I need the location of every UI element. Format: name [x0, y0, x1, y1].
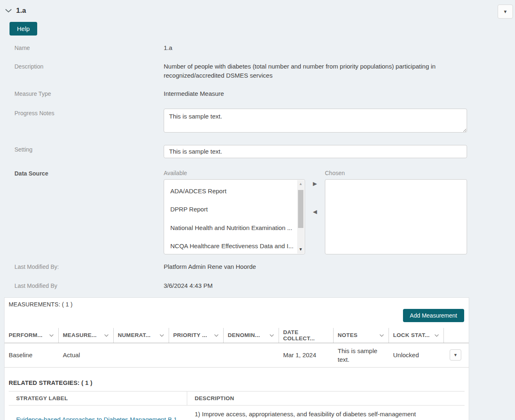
add-measurement-button[interactable]: Add Measurement: [403, 309, 464, 322]
priority-cell: [169, 352, 224, 358]
setting-label: Setting: [14, 145, 164, 158]
chevron-down-icon: [214, 332, 219, 338]
move-left-button[interactable]: ◀: [313, 209, 317, 215]
available-label: Available: [164, 169, 305, 178]
column-header-strategy-label: STRATEGY LABEL: [9, 392, 187, 405]
section-header: 1.a: [0, 0, 515, 15]
column-header-performance[interactable]: PERFORM...: [5, 328, 59, 343]
column-header-date-collected[interactable]: DATE COLLECT...: [279, 328, 334, 343]
available-option[interactable]: National Health and Nutrition Examinatio…: [164, 219, 305, 237]
related-strategies-table: STRATEGY LABEL DESCRIPTION Evidence-base…: [9, 391, 465, 420]
row-menu-button[interactable]: ▼: [450, 349, 461, 361]
form-row-setting: Setting: [14, 145, 467, 158]
scroll-up-icon[interactable]: ▲: [297, 181, 304, 187]
related-strategies-header: STRATEGY LABEL DESCRIPTION: [9, 391, 465, 406]
help-button[interactable]: Help: [10, 22, 37, 36]
last-modified-date-value: 3/6/2024 4:43 PM: [164, 281, 467, 291]
denominator-cell: [224, 352, 279, 358]
measure-detail-page: 1.a ▼ Help Name 1.a Description Number o…: [0, 0, 515, 420]
scrollbar-thumb[interactable]: [298, 190, 303, 228]
page-title: 1.a: [16, 7, 26, 15]
chevron-down-icon: [434, 332, 439, 338]
move-right-button[interactable]: ▶: [313, 180, 317, 187]
name-label: Name: [14, 43, 164, 53]
row-actions-cell: ▼: [444, 346, 469, 364]
measurements-title: MEASUREMENTS: ( 1 ): [9, 301, 469, 308]
progress-notes-input[interactable]: This is sample text.: [164, 109, 467, 133]
chosen-listbox[interactable]: [325, 179, 467, 254]
form-row-measure-type: Measure Type Intermediate Measure: [14, 89, 467, 99]
available-option[interactable]: DPRP Report: [164, 200, 305, 219]
strategy-link[interactable]: Evidence-based Approaches to Diabetes Ma…: [16, 416, 177, 420]
last-modified-date-label: Last Modified By: [14, 281, 164, 291]
available-option[interactable]: ADA/ADCES Report: [164, 182, 305, 201]
available-option[interactable]: NCQA Healthcare Effectiveness Data and I…: [164, 237, 305, 254]
collapse-toggle[interactable]: [5, 8, 12, 14]
column-header-actions: [444, 328, 469, 343]
chevron-down-icon: [49, 332, 54, 338]
name-value: 1.a: [164, 43, 467, 53]
chevron-down-icon: [379, 332, 384, 338]
measure-cell: Actual: [59, 347, 114, 363]
chevron-down-icon: [269, 332, 274, 338]
chosen-label: Chosen: [325, 169, 467, 178]
measure-form: Name 1.a Description Number of people wi…: [0, 43, 515, 291]
column-header-description: DESCRIPTION: [187, 392, 465, 405]
available-listbox[interactable]: ADA/ADCES Report DPRP Report National He…: [164, 179, 305, 254]
section-menu-button[interactable]: ▼: [498, 5, 513, 19]
column-header-notes[interactable]: NOTES: [334, 328, 389, 343]
form-row-progress-notes: Progress Notes This is sample text.: [14, 109, 467, 135]
form-row-data-source: Data Source Available ADA/ADCES Report D…: [14, 169, 467, 254]
measurements-table: PERFORM... MEASURE... NUMERAT... PRIORIT…: [5, 328, 469, 368]
form-row-last-modified-by: Last Modified By: Platform Admin Rene va…: [14, 262, 467, 272]
last-modified-by-label: Last Modified By:: [14, 262, 164, 272]
date-collected-cell: Mar 1, 2024: [279, 347, 334, 363]
performance-cell: Baseline: [5, 347, 59, 363]
form-row-name: Name 1.a: [14, 43, 467, 53]
chevron-down-icon: [160, 332, 164, 338]
scroll-down-icon[interactable]: ▼: [297, 246, 304, 252]
strategy-description: 1) Improve access, appropriateness, and …: [187, 406, 465, 420]
column-header-measure[interactable]: MEASURE...: [59, 328, 114, 343]
details-panel: MEASUREMENTS: ( 1 ) Add Measurement PERF…: [4, 297, 469, 420]
measurement-row: Baseline Actual Mar 1, 2024 This is samp…: [5, 343, 469, 368]
triangle-down-icon: ▼: [503, 9, 508, 14]
data-source-label: Data Source: [14, 169, 164, 254]
measure-type-label: Measure Type: [14, 89, 164, 99]
description-value: Number of people with diabetes (total nu…: [164, 62, 467, 81]
triangle-left-icon: ◀: [313, 209, 317, 215]
column-header-numerator[interactable]: NUMERAT...: [114, 328, 169, 343]
notes-cell: This is sample text.: [334, 343, 389, 367]
column-header-denominator[interactable]: DENOMIN...: [224, 328, 279, 343]
chevron-down-icon: [5, 8, 12, 14]
triangle-down-icon: ▼: [453, 353, 458, 357]
related-strategies-title: RELATED STRATEGIES: ( 1 ): [9, 380, 469, 386]
lock-status-cell: Unlocked: [389, 347, 444, 363]
numerator-cell: [114, 352, 169, 358]
measure-type-value: Intermediate Measure: [164, 89, 467, 99]
setting-input[interactable]: [164, 145, 467, 158]
strategy-row: Evidence-based Approaches to Diabetes Ma…: [9, 406, 465, 420]
triangle-right-icon: ▶: [313, 180, 317, 187]
description-label: Description: [14, 62, 164, 81]
form-row-last-modified-date: Last Modified By 3/6/2024 4:43 PM: [14, 281, 467, 291]
form-row-description: Description Number of people with diabet…: [14, 62, 467, 81]
last-modified-by-value: Platform Admin Rene van Hoorde: [164, 262, 467, 272]
listbox-scrollbar[interactable]: ▲ ▼: [297, 180, 304, 254]
chevron-down-icon: [104, 332, 109, 338]
measurements-table-header: PERFORM... MEASURE... NUMERAT... PRIORIT…: [5, 328, 469, 343]
column-header-priority[interactable]: PRIORITY ...: [169, 328, 224, 343]
column-header-lock-status[interactable]: LOCK STAT...: [389, 328, 444, 343]
progress-notes-label: Progress Notes: [14, 109, 164, 135]
